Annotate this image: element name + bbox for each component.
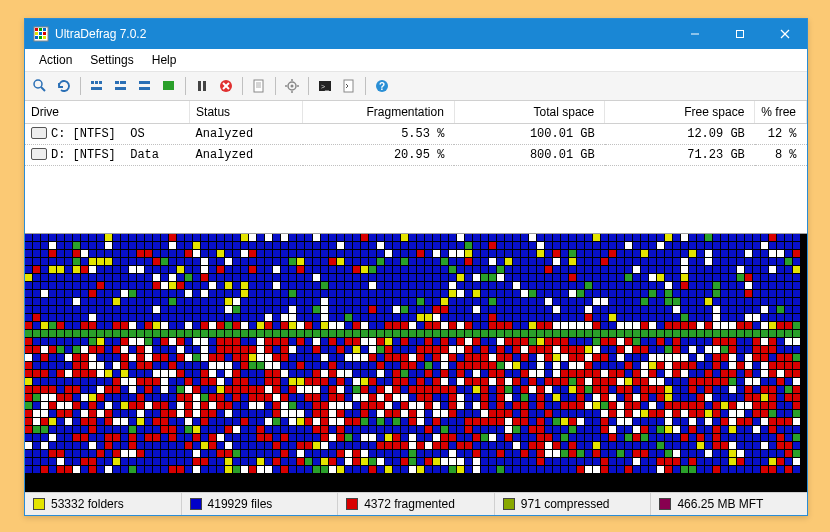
svg-rect-19 (91, 87, 102, 90)
col-status[interactable]: Status (190, 101, 303, 124)
svg-point-36 (291, 85, 294, 88)
drive-status: Analyzed (190, 124, 303, 145)
status-compressed-label: 971 compressed (521, 497, 610, 511)
col-total[interactable]: Total space (454, 101, 604, 124)
repeat-button[interactable] (53, 75, 75, 97)
svg-rect-5 (39, 32, 42, 35)
svg-rect-24 (139, 87, 150, 90)
menubar: Action Settings Help (25, 49, 807, 72)
svg-rect-17 (95, 81, 98, 84)
col-free[interactable]: Free space (605, 101, 755, 124)
drive-free: 12.09 GB (605, 124, 755, 145)
status-files-label: 419929 files (208, 497, 273, 511)
drive-total: 100.01 GB (454, 124, 604, 145)
analyze-button[interactable] (29, 75, 51, 97)
script-button[interactable] (338, 75, 360, 97)
stop-button[interactable] (215, 75, 237, 97)
separator (80, 77, 81, 95)
defrag-button[interactable] (86, 75, 108, 97)
mft-optimize-button[interactable] (158, 75, 180, 97)
svg-rect-21 (120, 81, 126, 84)
separator (242, 77, 243, 95)
quick-optimize-button[interactable] (110, 75, 132, 97)
separator (275, 77, 276, 95)
svg-text:?: ? (379, 81, 385, 92)
report-button[interactable] (248, 75, 270, 97)
full-optimize-button[interactable] (134, 75, 156, 97)
svg-rect-16 (91, 81, 94, 84)
drive-pctfree: 12 % (755, 124, 807, 145)
drive-icon (31, 148, 47, 160)
svg-rect-25 (163, 81, 174, 90)
maximize-button[interactable] (717, 19, 762, 49)
status-mft-label: 466.25 MB MFT (677, 497, 763, 511)
statusbar: 53332 folders 419929 files 4372 fragment… (25, 492, 807, 515)
status-fragmented-label: 4372 fragmented (364, 497, 455, 511)
menu-action[interactable]: Action (31, 51, 80, 69)
svg-rect-31 (254, 80, 263, 92)
svg-rect-2 (39, 28, 42, 31)
drive-row[interactable]: D: [NTFS] Data Analyzed 20.95 % 800.01 G… (25, 145, 807, 166)
toolbar: >_ ? (25, 72, 807, 101)
drive-pctfree: 8 % (755, 145, 807, 166)
cluster-map (25, 234, 807, 492)
svg-rect-3 (43, 28, 46, 31)
status-fragmented: 4372 fragmented (338, 493, 495, 515)
drive-list[interactable]: Drive Status Fragmentation Total space F… (25, 101, 807, 234)
menu-settings[interactable]: Settings (82, 51, 141, 69)
svg-rect-20 (115, 81, 119, 84)
drive-free: 71.23 GB (605, 145, 755, 166)
swatch-fragmented-icon (346, 498, 358, 510)
swatch-mft-icon (659, 498, 671, 510)
swatch-files-icon (190, 498, 202, 510)
settings-button[interactable] (281, 75, 303, 97)
menu-help[interactable]: Help (144, 51, 185, 69)
close-button[interactable] (762, 19, 807, 49)
col-pctfree[interactable]: % free (755, 101, 807, 124)
help-button[interactable]: ? (371, 75, 393, 97)
svg-rect-18 (99, 81, 102, 84)
window-title: UltraDefrag 7.0.2 (55, 27, 672, 41)
svg-point-14 (34, 80, 42, 88)
svg-rect-8 (39, 36, 42, 39)
svg-rect-23 (139, 81, 150, 84)
separator (308, 77, 309, 95)
drive-name: D: [NTFS] Data (51, 148, 159, 162)
drive-row[interactable]: C: [NTFS] OS Analyzed 5.53 % 100.01 GB 1… (25, 124, 807, 145)
separator (185, 77, 186, 95)
status-folders: 53332 folders (25, 493, 182, 515)
svg-rect-11 (736, 31, 743, 38)
status-files: 419929 files (182, 493, 339, 515)
svg-rect-9 (43, 36, 46, 39)
drive-status: Analyzed (190, 145, 303, 166)
app-icon (33, 26, 49, 42)
status-folders-label: 53332 folders (51, 497, 124, 511)
app-window: UltraDefrag 7.0.2 Action Settings Help >… (24, 18, 808, 516)
col-drive[interactable]: Drive (25, 101, 190, 124)
titlebar[interactable]: UltraDefrag 7.0.2 (25, 19, 807, 49)
drive-name: C: [NTFS] OS (51, 127, 145, 141)
svg-rect-22 (115, 87, 126, 90)
svg-rect-1 (35, 28, 38, 31)
terminal-button[interactable]: >_ (314, 75, 336, 97)
svg-rect-4 (35, 32, 38, 35)
col-fragmentation[interactable]: Fragmentation (303, 101, 455, 124)
svg-rect-26 (198, 81, 201, 91)
swatch-folders-icon (33, 498, 45, 510)
drive-icon (31, 127, 47, 139)
minimize-button[interactable] (672, 19, 717, 49)
drive-frag: 5.53 % (303, 124, 455, 145)
svg-rect-7 (35, 36, 38, 39)
status-compressed: 971 compressed (495, 493, 652, 515)
swatch-compressed-icon (503, 498, 515, 510)
svg-line-15 (41, 87, 45, 91)
separator (365, 77, 366, 95)
status-mft: 466.25 MB MFT (651, 493, 807, 515)
pause-button[interactable] (191, 75, 213, 97)
svg-rect-6 (43, 32, 46, 35)
column-headers[interactable]: Drive Status Fragmentation Total space F… (25, 101, 807, 124)
svg-text:>_: >_ (321, 83, 329, 91)
drive-total: 800.01 GB (454, 145, 604, 166)
svg-rect-27 (203, 81, 206, 91)
drive-frag: 20.95 % (303, 145, 455, 166)
